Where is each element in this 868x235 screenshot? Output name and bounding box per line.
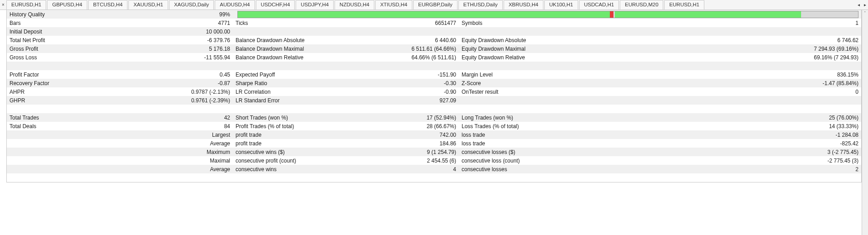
cell-label: consecutive losses — [462, 166, 597, 173]
cell-label: consecutive wins ($) — [236, 149, 398, 155]
report-row: Largestprofit trade742.00loss trade-1 28… — [7, 130, 861, 139]
cell-label: Symbols — [462, 20, 597, 26]
tab-uk100-h1[interactable]: UK100,H1 — [544, 0, 578, 10]
cell-value: -0.87 — [181, 80, 236, 86]
tab-scroll-left-icon[interactable]: ◂ — [855, 2, 862, 7]
cell-value: 6 440.60 — [398, 37, 462, 43]
cell-value: 84 — [181, 123, 236, 129]
cell-value: 14 (33.33%) — [597, 123, 859, 129]
cell-value: Average — [181, 140, 236, 147]
report-row — [7, 62, 861, 70]
cell-value: 0.9761 (-2.39%) — [181, 97, 236, 104]
cell-value: 2 — [597, 166, 859, 173]
cell-label: Total Trades — [9, 115, 181, 121]
cell-value: 6 511.61 (64.66%) — [398, 46, 462, 52]
tab-usdcad-h1[interactable]: USDCAD,H1 — [579, 0, 619, 10]
cell-value: 2 454.55 (6) — [398, 158, 462, 164]
cell-label: profit trade — [236, 132, 398, 138]
cell-label: loss trade — [462, 132, 597, 138]
tab-usdjpy-h4[interactable]: USDJPY,H4 — [296, 0, 334, 10]
cell-value: -11 555.94 — [181, 54, 236, 61]
report-row: Total Net Profit-6 379.76Balance Drawdow… — [7, 36, 861, 44]
tab-xagusd-daily[interactable]: XAGUSD,Daily — [169, 0, 214, 10]
cell-label: Expected Payoff — [236, 72, 398, 78]
cell-value: 0.9787 (-2.13%) — [181, 89, 236, 95]
cell-label: Equity Drawdown Relative — [462, 54, 597, 61]
cell-value: 0 — [597, 89, 859, 95]
cell-value: 25 (76.00%) — [597, 115, 859, 121]
report-row: GHPR0.9761 (-2.39%)LR Standard Error927.… — [7, 96, 861, 105]
cell-label: OnTester result — [462, 89, 597, 95]
tab-audusd-h4[interactable]: AUDUSD,H4 — [215, 0, 255, 10]
tab-nzdusd-h4[interactable]: NZDUSD,H4 — [335, 0, 374, 10]
tab-xtiusd-h4[interactable]: XTIUSD,H4 — [375, 0, 412, 10]
report-row: Maximumconsecutive wins ($)9 (1 254.79)c… — [7, 148, 861, 156]
cell-value: Largest — [181, 132, 236, 138]
cell-label: Gross Profit — [9, 46, 181, 52]
cell-label: LR Standard Error — [236, 97, 398, 104]
tab-xbrusd-h4[interactable]: XBRUSD,H4 — [504, 0, 543, 10]
cell-value: -825.42 — [597, 140, 859, 147]
cell-value: -1.47 (85.84%) — [597, 80, 859, 86]
cell-value: 7 294.93 (69.16%) — [597, 46, 859, 52]
report-row: Gross Loss-11 555.94Balance Drawdown Rel… — [7, 53, 861, 62]
cell-label: Ticks — [236, 20, 398, 26]
report-row — [7, 105, 861, 113]
tab-eurusd-m20[interactable]: EURUSD,M20 — [620, 0, 663, 10]
cell-value: -2 775.45 (3) — [597, 158, 859, 164]
report-row: Initial Deposit10 000.00 — [7, 27, 861, 36]
cell-label: Balance Drawdown Absolute — [236, 37, 398, 43]
tab-usdchf-h4[interactable]: USDCHF,H4 — [256, 0, 295, 10]
cell-label: Equity Drawdown Absolute — [462, 37, 597, 43]
cell-label: Recovery Factor — [9, 80, 181, 86]
tab-scroll-right-icon[interactable]: ▸ — [862, 2, 868, 7]
cell-value: 0.45 — [181, 72, 236, 78]
cell-label: loss trade — [462, 140, 597, 147]
cell-label: Sharpe Ratio — [236, 80, 398, 86]
cell-value: 42 — [181, 115, 236, 121]
cell-label: Short Trades (won %) — [236, 115, 398, 121]
report-row: Total Trades42Short Trades (won %)17 (52… — [7, 113, 861, 122]
backtest-report: History Quality 99% Bars4771Ticks6651477… — [6, 10, 862, 182]
cell-label: Margin Level — [462, 72, 597, 78]
cell-value: 1 — [597, 20, 859, 26]
tab-btcusd-h4[interactable]: BTCUSD,H4 — [88, 0, 127, 10]
tab-eurusd-h1[interactable]: EURUSD,H1 — [664, 0, 704, 10]
cell-value: -0.90 — [398, 89, 462, 95]
cell-value: 69.16% (7 294.93) — [597, 54, 859, 61]
cell-value: 4771 — [181, 20, 236, 26]
cell-value: -6 379.76 — [181, 37, 236, 43]
cell-label: Long Trades (won %) — [462, 115, 597, 121]
cell-value: 6 746.62 — [597, 37, 859, 43]
tab-eurusd-h1[interactable]: EURUSD,H1 — [6, 0, 46, 10]
chevron-up-icon[interactable]: ˄ — [864, 10, 866, 15]
cell-value: 64.66% (6 511.61) — [398, 54, 462, 61]
tab-xauusd-h1[interactable]: XAUUSD,H1 — [128, 0, 168, 10]
cell-label: Bars — [9, 20, 181, 26]
history-quality-label: History Quality — [9, 11, 181, 18]
cell-label: Equity Drawdown Maximal — [462, 46, 597, 52]
cell-value: 10 000.00 — [181, 29, 236, 35]
tab-ethusd-daily[interactable]: ETHUSD,Daily — [458, 0, 503, 10]
cell-value: 184.86 — [398, 140, 462, 147]
cell-value: 836.15% — [597, 72, 859, 78]
report-row — [7, 173, 861, 182]
tab-eurgbp-daily[interactable]: EURGBP,Daily — [413, 0, 458, 10]
cell-label: consecutive loss (count) — [462, 158, 597, 164]
tab-gbpusd-h4[interactable]: GBPUSD,H4 — [47, 0, 87, 10]
close-icon[interactable]: × — [0, 0, 6, 10]
report-row: Bars4771Ticks6651477Symbols1 — [7, 19, 861, 27]
tab-bar: EURUSD,H1GBPUSD,H4BTCUSD,H4XAUUSD,H1XAGU… — [6, 0, 855, 10]
report-row: Averageprofit trade184.86loss trade-825.… — [7, 139, 861, 148]
cell-value: -151.90 — [398, 72, 462, 78]
cell-value: -1 284.08 — [597, 132, 859, 138]
cell-label: AHPR — [9, 89, 181, 95]
cell-label: Loss Trades (% of total) — [462, 123, 597, 129]
scroll-rail[interactable]: ˄ — [862, 10, 868, 182]
cell-label: Gross Loss — [9, 54, 181, 61]
cell-value: -0.30 — [398, 80, 462, 86]
cell-label: Total Net Profit — [9, 37, 181, 43]
cell-label: profit trade — [236, 140, 398, 147]
cell-value: 28 (66.67%) — [398, 123, 462, 129]
cell-value: 6651477 — [398, 20, 462, 26]
